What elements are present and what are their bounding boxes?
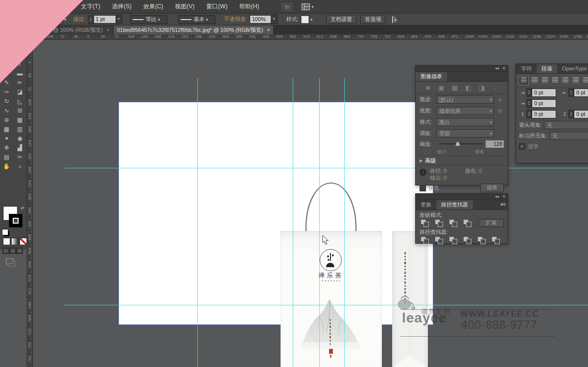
tool-zoom-tool[interactable]: ⌕ xyxy=(13,162,26,171)
space-before-field[interactable]: 0 pt xyxy=(532,110,556,118)
opacity-label[interactable]: 不透明度: xyxy=(224,16,247,23)
default-fill-stroke-icon[interactable] xyxy=(2,229,8,235)
threshold-slider-thumb[interactable] xyxy=(456,141,460,146)
divide-button[interactable] xyxy=(420,236,430,244)
space-after-field[interactable]: 0 pt xyxy=(574,110,588,118)
minus-front-button[interactable] xyxy=(434,219,445,227)
kinsoku-select[interactable]: 无 xyxy=(544,121,588,129)
high-color-preset-icon[interactable]: ▣ xyxy=(438,84,444,92)
mojikumi-select[interactable]: 无 xyxy=(549,132,588,140)
document-setup-button[interactable]: 文档设置 xyxy=(326,15,356,24)
menu-item-2[interactable]: 选择(S) xyxy=(112,2,132,11)
tool-free-transform-tool[interactable]: ⊞ xyxy=(13,106,26,115)
low-color-preset-icon[interactable]: ▦ xyxy=(452,84,458,92)
screen-mode-button[interactable] xyxy=(6,258,13,264)
align-left-button[interactable] xyxy=(518,76,529,85)
tab-transform[interactable]: 变换 xyxy=(416,200,436,209)
tool-blob-brush-tool[interactable]: ✑ xyxy=(0,88,13,97)
tool-gradient-tool[interactable]: ▥ xyxy=(13,125,26,134)
menu-item-6[interactable]: 帮助(H) xyxy=(239,2,259,11)
draw-inside-button[interactable] xyxy=(16,248,23,254)
panel-menu-icon[interactable]: ▾≡ xyxy=(500,202,506,207)
tab-pathfinder[interactable]: 路径查找器 xyxy=(436,200,473,209)
horizontal-ruler[interactable]: 1441087236036721081441802162522883243603… xyxy=(26,34,588,40)
palette-select[interactable]: 受限 xyxy=(436,129,494,138)
tool-rectangle-tool[interactable]: ▬ xyxy=(13,69,26,78)
threshold-slider[interactable] xyxy=(439,143,483,144)
preferences-button[interactable]: 首选项 xyxy=(360,15,385,24)
tool-eyedropper-tool[interactable]: ✦ xyxy=(0,134,13,143)
minus-back-button[interactable] xyxy=(491,236,501,244)
tool-width-tool[interactable]: ∿ xyxy=(0,106,13,115)
tool-eraser-tool[interactable]: ◪ xyxy=(13,88,26,97)
menu-item-3[interactable]: 效果(C) xyxy=(143,2,164,11)
expand-button[interactable]: 扩展 xyxy=(478,219,504,227)
width-profile-dropdown[interactable]: 等比 xyxy=(130,15,167,24)
opacity-field[interactable]: 100% xyxy=(250,15,271,23)
stroke-weight-stepper[interactable] xyxy=(88,15,94,24)
first-line-field[interactable]: 0 pt xyxy=(532,99,556,108)
stroke-label[interactable]: 描边: xyxy=(73,16,86,23)
tool-hand-tool[interactable]: ✋ xyxy=(0,162,13,171)
close-icon[interactable]: × xyxy=(502,194,505,200)
hyphenate-checkbox[interactable]: ✓ xyxy=(519,143,525,150)
space-before-stepper[interactable] xyxy=(526,110,532,118)
tab-character[interactable]: 字符 xyxy=(516,64,537,73)
align-center-button[interactable] xyxy=(530,76,539,85)
tab-opentype[interactable]: OpenType xyxy=(557,64,588,73)
threshold-value-field[interactable]: 128 xyxy=(486,140,504,148)
opacity-dropdown-arrow[interactable] xyxy=(271,15,278,24)
preset-select[interactable]: [默认] xyxy=(436,95,494,104)
advanced-disclosure[interactable]: ▶ 高级 xyxy=(416,156,508,165)
outline-preset-icon[interactable]: ♢ xyxy=(493,84,498,92)
auto-color-preset-icon[interactable]: ❀ xyxy=(425,84,431,92)
collapse-panel-icon[interactable]: ◂◂ xyxy=(495,194,499,200)
color-button[interactable] xyxy=(3,238,10,245)
none-button[interactable] xyxy=(20,238,27,245)
outline-button[interactable] xyxy=(476,236,487,244)
tool-rotate-tool[interactable]: ↻ xyxy=(0,97,13,106)
tool-pencil-tool[interactable]: ✏ xyxy=(13,78,26,88)
workspace-switcher[interactable] xyxy=(302,3,314,10)
menu-item-4[interactable]: 视图(V) xyxy=(175,2,194,11)
close-icon[interactable]: × xyxy=(107,27,110,33)
draw-behind-button[interactable] xyxy=(9,248,16,254)
space-after-stepper[interactable] xyxy=(568,110,574,118)
vertical-ruler[interactable]: 3603672108144180216252288324360396432468… xyxy=(26,39,33,367)
placed-image-artboard[interactable]: 禅乐茶 xyxy=(118,102,433,325)
right-indent-field[interactable]: 0 pt xyxy=(574,89,588,97)
right-indent-stepper[interactable] xyxy=(568,88,574,97)
justify-last-left-button[interactable] xyxy=(550,76,560,85)
tool-perspective-grid-tool[interactable]: ▦ xyxy=(13,115,26,125)
tool-blend-tool[interactable]: ◉ xyxy=(13,134,26,143)
left-indent-stepper[interactable] xyxy=(526,88,532,97)
intersect-button[interactable] xyxy=(448,219,459,227)
justify-all-button[interactable] xyxy=(581,76,588,85)
merge-button[interactable] xyxy=(448,236,459,244)
close-icon[interactable]: × xyxy=(267,27,270,33)
stroke-weight-dropdown-arrow[interactable] xyxy=(116,15,122,24)
align-right-button[interactable] xyxy=(540,76,549,85)
unite-button[interactable] xyxy=(420,219,430,227)
justify-last-center-button[interactable] xyxy=(561,76,570,85)
close-icon[interactable]: × xyxy=(502,66,505,71)
trace-button[interactable]: 描摹 xyxy=(480,184,504,192)
crop-button[interactable] xyxy=(462,236,473,244)
swap-fill-stroke-icon[interactable]: ⇄ xyxy=(21,206,24,210)
justify-last-right-button[interactable] xyxy=(571,76,580,85)
style-swatch-dropdown[interactable] xyxy=(301,16,313,23)
tool-shape-builder-tool[interactable]: ⊕ xyxy=(0,115,13,125)
stroke-weight-field[interactable]: 1 pt xyxy=(94,15,116,23)
tool-artboard-tool[interactable]: ▤ xyxy=(0,153,13,162)
grayscale-preset-icon[interactable]: ◧ xyxy=(465,84,471,92)
align-options-icon[interactable] xyxy=(392,17,397,23)
exclude-button[interactable] xyxy=(462,219,473,227)
preset-menu-icon[interactable]: ≡ xyxy=(496,97,504,103)
tab-paragraph[interactable]: 段落 xyxy=(537,64,557,73)
tool-column-graph-tool[interactable]: ▟ xyxy=(13,143,26,153)
tool-mesh-tool[interactable]: ▩ xyxy=(0,125,13,134)
gradient-button[interactable] xyxy=(11,238,19,245)
tool-slice-tool[interactable]: ✂ xyxy=(13,153,26,162)
tab-image-trace[interactable]: 图像描摹 xyxy=(416,72,447,81)
menu-item-1[interactable]: 文字(T) xyxy=(81,2,100,11)
